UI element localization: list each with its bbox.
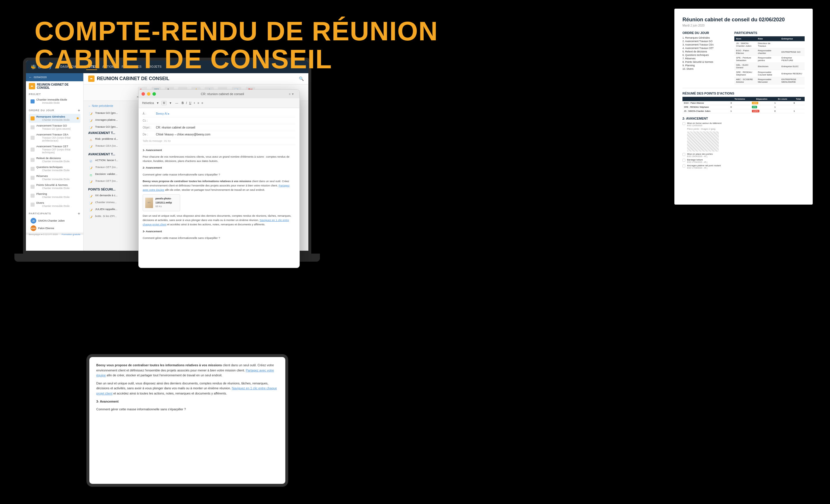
- ava-item-4: Ancrages platine rail pont roulant EGO 1…: [682, 164, 805, 169]
- participant-ego[interactable]: EGO Palon Etienne: [29, 224, 81, 232]
- email-titlebar: CR: réunion cabinet de conseil ≡ ▼: [139, 90, 299, 98]
- report-main-cols: Ordre du jour 1. Remarques Générales 2. …: [682, 31, 805, 85]
- table-row: ABC : SCISERE Antoine Responsable Menuis…: [734, 77, 805, 85]
- note-icon: ✏: [29, 83, 35, 89]
- sidebar: ← 02/04/2020 ✏ REUNION CABINET DE CONSEI…: [26, 73, 84, 251]
- report-participants: Participants Nom Rôle Entreprise JS : SI…: [734, 31, 805, 85]
- participants-table: Nom Rôle Entreprise JS : SIMON-Chantier …: [734, 36, 805, 85]
- app-footer: BeesyApps ● 5.12.3 © 2020 Formation grat…: [26, 232, 83, 235]
- sidebar-item-remarques[interactable]: Remarques Générales Chantier Immeuble Et…: [29, 114, 81, 123]
- sidebar-item-planning[interactable]: Planning Chantier Immeuble Etoile: [29, 191, 81, 200]
- email-from-field: De : Chloé Veauvy – chloe.veauvy@beesy.c…: [143, 132, 295, 138]
- sidebar-ordre-section: ORDRE DU JOUR + Remarques Générales Chan…: [26, 106, 83, 210]
- ava-item-3: Bardage toiture EGO 27/04/2020 - 45 j: [682, 158, 805, 163]
- sidebar-item-securite[interactable]: Points Sécurité & Normes Chantier Immeub…: [29, 182, 81, 191]
- sidebar-item-divers[interactable]: Divers Chantier Immeuble Etoile: [29, 200, 81, 209]
- main-headline: COMPTE-RENDU DE RÉUNION CABINET DE CONSE…: [35, 17, 438, 73]
- sidebar-projet-section: PROJET Chantier Immeuble Etoile Immeuble…: [26, 91, 83, 106]
- ava-image: [687, 131, 719, 152]
- sidebar-item-cet[interactable]: Avancement Travaux CET Travaux CET (corp…: [29, 144, 81, 155]
- sidebar-back-btn[interactable]: ← 02/04/2020: [26, 73, 83, 81]
- table-row: GEL : ELEC Gerard Electricien Entreprise…: [734, 63, 805, 70]
- email-content: 1- Avancement Pour chacune de vos nombre…: [143, 148, 295, 240]
- note-title-sidebar: ✏ REUNION CABINET DE CONSEIL: [26, 81, 83, 91]
- table-row: SRE : RESEAU Stéphane Responsable Couran…: [734, 70, 805, 77]
- email-popup: CR: réunion cabinet de conseil ≡ ▼ Helve…: [138, 89, 300, 268]
- close-btn[interactable]: [141, 92, 145, 96]
- report-avancement: 2- Avancement Mise en forme autour du bâ…: [682, 117, 805, 169]
- email-attachment[interactable]: IMG pexels-photo-1181311.webp 68 Ko: [143, 194, 180, 211]
- email-format-toolbar: Helvetica ▼ M ▼ — B I U + ≡ ≡: [139, 98, 299, 108]
- table-row: SPE : Peinture Sébastien Responsable pei…: [734, 56, 805, 63]
- search-icon[interactable]: 🔍: [299, 76, 304, 81]
- table-row: EGO : Palon Etienne Responsable chantier…: [734, 49, 805, 56]
- tablet-mockup: Beesy vous propose de centraliser toutes…: [87, 354, 288, 487]
- maximize-btn[interactable]: [153, 92, 156, 96]
- sidebar-item-reserves[interactable]: Réserves Chantier Immeuble Etoile: [29, 173, 81, 182]
- ava-item-1: Mise en forme autour du bâtiment EGO 12/…: [682, 122, 805, 126]
- table-row: EGO : Palon Etienne 3 33% 1 8: [682, 101, 805, 105]
- sidebar-item-cea[interactable]: Avancement Travaux CEA Travaux CEA (corp…: [29, 132, 81, 144]
- email-cc-field: Cc :: [143, 119, 295, 124]
- report-document: Réunion cabinet de conseil du 02/06/2020…: [674, 9, 813, 204]
- sidebar-item-questions[interactable]: Questions techniques Chantier Immeuble E…: [29, 164, 81, 173]
- email-body: À : Beesy AI ▸ Cc : Objet : CR: réunion …: [139, 108, 299, 246]
- sidebar-item-go[interactable]: Avancement Travaux GO Travaux GO (gros o…: [29, 123, 81, 132]
- tablet-content: Beesy vous propose de centraliser toutes…: [89, 357, 285, 421]
- attachment-thumbnail: IMG: [145, 198, 153, 208]
- tablet-screen: Beesy vous propose de centraliser toutes…: [89, 357, 285, 484]
- note-header-icon: ✏: [88, 75, 95, 82]
- table-row: JS : SIMON-Chantier Julien Directeur de …: [734, 41, 805, 49]
- sidebar-participants-section: PARTICIPANTS + JS SIMON-Chantier Julien …: [26, 210, 83, 232]
- email-size: Taille du message : 81 Ko: [143, 139, 295, 145]
- note-header: ✏ REUNION CABINET DE CONSEIL 🔍: [84, 73, 308, 85]
- report-agenda: Ordre du jour 1. Remarques Générales 2. …: [682, 31, 729, 85]
- sidebar-item-decisions[interactable]: Relevé de décisions Chantier Immeuble Et…: [29, 155, 81, 164]
- minimize-btn[interactable]: [147, 92, 151, 96]
- sidebar-item-projet[interactable]: Chantier Immeuble Etoile Immeuble Etoile: [29, 97, 81, 106]
- tablet-frame: Beesy vous propose de centraliser toutes…: [87, 354, 288, 487]
- participant-js[interactable]: JS SIMON-Chantier Julien: [29, 217, 81, 224]
- table-row: JS : SIMON-Chantier Julien 1 100% 0 1: [682, 109, 805, 113]
- email-subject-field: Objet : CR: réunion cabinet de conseil: [143, 125, 295, 131]
- email-to-field: À : Beesy AI ▸: [143, 112, 295, 117]
- actions-table: Terminées Dépassées En cours Total EGO :…: [682, 97, 805, 113]
- table-row: SRE : RESEAU Stéphane 0 0% 1: [682, 105, 805, 109]
- ava-item-2: Mise en place des portes EGO 29/04/2020 …: [682, 153, 805, 157]
- ava-attachment: Pièce jointe : Images 2 jpeg: [687, 128, 805, 130]
- report-divider: [682, 88, 805, 88]
